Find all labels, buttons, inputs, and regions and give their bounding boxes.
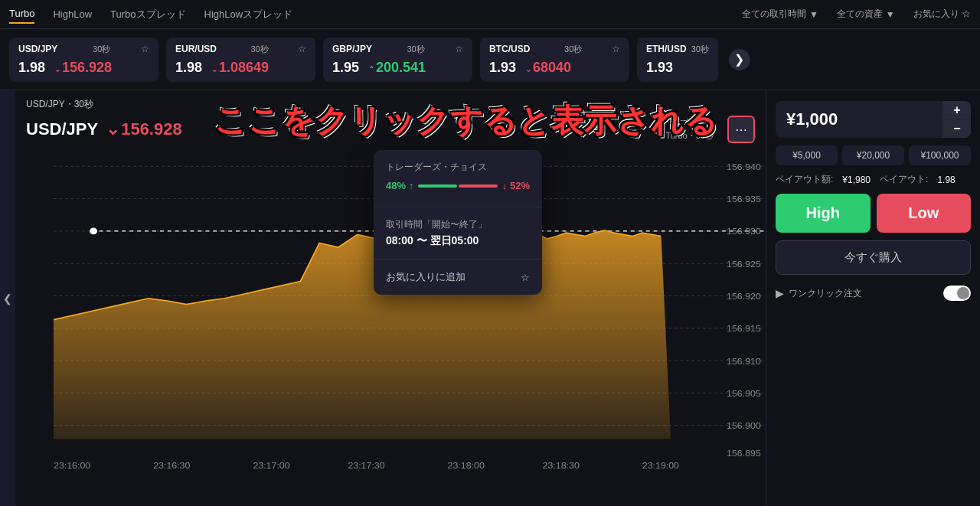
low-button[interactable]: Low xyxy=(877,194,972,233)
buy-now-button[interactable]: 今すぐ購入 xyxy=(776,240,971,275)
ticker-scroll-right[interactable]: ❯ xyxy=(729,49,750,70)
ticker-strip: USD/JPY 30秒 ☆ 1.98 ⌄156.928 EUR/USD 30秒 … xyxy=(0,29,980,90)
chart-breadcrumb: USD/JPY・30秒 xyxy=(15,98,766,116)
svg-text:23:16:00: 23:16:00 xyxy=(54,461,91,470)
popup-down-pct: ↓ 52% xyxy=(502,180,530,191)
svg-text:156.935: 156.935 xyxy=(727,194,761,204)
ticker-btcusd-payout: 1.93 xyxy=(489,60,516,76)
popup-favorite-label: お気に入りに追加 xyxy=(386,270,466,284)
ticker-gbpjpy-star[interactable]: ☆ xyxy=(455,44,463,54)
chart-price: ⌄156.928 xyxy=(106,119,182,139)
svg-point-10 xyxy=(90,227,97,234)
popup-trade-time: 取引時間「開始〜終了」 08:00 〜 翌日05:00 xyxy=(374,207,542,260)
svg-text:23:17:30: 23:17:30 xyxy=(348,461,385,470)
svg-text:156.920: 156.920 xyxy=(727,292,761,301)
ticker-eurusd-pair: EUR/USD xyxy=(175,44,217,54)
svg-text:156.940: 156.940 xyxy=(727,162,761,171)
ticker-eurusd[interactable]: EUR/USD 30秒 ☆ 1.98 ⌄1.08649 xyxy=(166,38,315,82)
ticker-eurusd-duration: 30秒 xyxy=(250,44,268,55)
ticker-usdjpy-star[interactable]: ☆ xyxy=(141,44,149,54)
ticker-btcusd-pair: BTC/USD xyxy=(489,44,530,54)
options-label: オプション xyxy=(671,117,714,129)
one-click-row: ▶ ワンクリック注文 xyxy=(776,282,971,304)
three-dots-button[interactable]: ⋯ xyxy=(727,116,755,143)
one-click-icon: ▶ xyxy=(776,287,784,299)
amount-decrease-button[interactable]: − xyxy=(943,119,971,138)
ticker-ethusd-duration: 30秒 xyxy=(691,44,709,55)
nav-highlow[interactable]: HighLow xyxy=(53,5,92,23)
popup-favorite-row[interactable]: お気に入りに追加 ☆ xyxy=(386,270,530,284)
options-area: オプション Turbo・30秒 ⋯ xyxy=(665,116,755,143)
filter-asset-dropdown[interactable]: 全ての資産 ▼ xyxy=(837,8,895,21)
high-button[interactable]: High xyxy=(776,194,871,233)
ticker-ethusd[interactable]: ETH/USD 30秒 1.93 xyxy=(637,38,718,82)
svg-text:23:18:30: 23:18:30 xyxy=(543,461,580,470)
popup-trade-time-val: 08:00 〜 翌日05:00 xyxy=(386,234,530,248)
popup-traders-choice-label: トレーダーズ・チョイス xyxy=(386,161,530,174)
svg-text:23:19:00: 23:19:00 xyxy=(642,461,680,470)
right-panel: ¥1,000 + − ¥5,000 ¥20,000 ¥100,000 ペイアウト… xyxy=(766,90,980,506)
ticker-ethusd-pair: ETH/USD xyxy=(646,44,687,54)
favorite-filter[interactable]: お気に入り ☆ xyxy=(913,8,971,21)
svg-text:156.925: 156.925 xyxy=(727,259,761,268)
popup-favorite-section[interactable]: お気に入りに追加 ☆ xyxy=(374,260,542,295)
ticker-usdjpy-payout: 1.98 xyxy=(18,60,45,76)
ticker-btcusd-star[interactable]: ☆ xyxy=(612,44,620,54)
nav-highlow-spread[interactable]: HighLowスプレッド xyxy=(204,5,293,24)
ticker-usdjpy-duration: 30秒 xyxy=(93,44,110,55)
filter-time-dropdown[interactable]: 全ての取引時間 ▼ xyxy=(742,8,818,21)
ticker-btcusd[interactable]: BTC/USD 30秒 ☆ 1.93 ⌄68040 xyxy=(480,38,629,82)
svg-text:156.895: 156.895 xyxy=(727,448,761,457)
quick-20000-button[interactable]: ¥20,000 xyxy=(842,145,904,165)
payout-ratio-val: 1.98 xyxy=(937,175,955,185)
popup-favorite-star[interactable]: ☆ xyxy=(521,272,530,283)
ticker-gbpjpy[interactable]: GBP/JPY 30秒 ☆ 1.95 ⌃200.541 xyxy=(323,38,472,82)
quick-amounts: ¥5,000 ¥20,000 ¥100,000 xyxy=(776,145,971,165)
ticker-eurusd-price: ⌄1.08649 xyxy=(211,60,269,76)
amount-increase-button[interactable]: + xyxy=(943,101,971,119)
amount-controls: + − xyxy=(942,101,971,138)
chart-pair: USD/JPY xyxy=(26,119,98,139)
popup-trade-time-label: 取引時間「開始〜終了」 xyxy=(386,218,530,231)
one-click-label: ワンクリック注文 xyxy=(789,287,862,300)
popup-down-bar xyxy=(459,184,498,188)
one-click-left: ▶ ワンクリック注文 xyxy=(776,287,862,300)
svg-text:156.910: 156.910 xyxy=(727,356,761,365)
chart-scroll-left[interactable]: ❮ xyxy=(0,90,15,506)
popup-up-bar xyxy=(418,184,457,188)
payout-row: ペイアウト額: ¥1,980 ペイアウト: 1.98 xyxy=(776,173,971,186)
top-navigation: Turbo HighLow Turboスプレッド HighLowスプレッド 全て… xyxy=(0,0,980,29)
svg-text:156.930: 156.930 xyxy=(727,227,761,236)
amount-display: ¥1,000 xyxy=(776,102,942,137)
payout-amount-val: ¥1,980 xyxy=(842,175,871,185)
quick-100000-button[interactable]: ¥100,000 xyxy=(909,145,971,165)
amount-row: ¥1,000 + − xyxy=(776,101,971,138)
toggle-knob xyxy=(957,287,969,299)
svg-text:156.915: 156.915 xyxy=(727,324,761,333)
options-dropdown-popup: トレーダーズ・チョイス 48% ↑ ↓ 52% 取引時間「開始〜終了」 08:0… xyxy=(374,150,542,295)
one-click-toggle[interactable] xyxy=(943,286,971,301)
popup-up-pct: 48% ↑ xyxy=(386,180,413,191)
ticker-eurusd-payout: 1.98 xyxy=(175,60,202,76)
svg-text:156.905: 156.905 xyxy=(727,388,761,397)
svg-text:23:17:00: 23:17:00 xyxy=(253,461,290,470)
ticker-gbpjpy-pair: GBP/JPY xyxy=(332,44,372,54)
ticker-btcusd-duration: 30秒 xyxy=(564,44,582,55)
ticker-gbpjpy-duration: 30秒 xyxy=(407,44,424,55)
payout-ratio-label: ペイアウト: xyxy=(880,173,928,186)
nav-turbo-spread[interactable]: Turboスプレッド xyxy=(110,5,185,24)
ticker-usdjpy-pair: USD/JPY xyxy=(18,44,57,54)
svg-text:23:18:00: 23:18:00 xyxy=(448,461,485,470)
options-sub: Turbo・30秒 xyxy=(665,130,714,142)
ticker-eurusd-star[interactable]: ☆ xyxy=(298,44,306,54)
ticker-ethusd-payout: 1.93 xyxy=(646,60,673,76)
ticker-btcusd-price: ⌄68040 xyxy=(525,60,571,76)
quick-5000-button[interactable]: ¥5,000 xyxy=(776,145,838,165)
chart-title-row: USD/JPY ⌄156.928 オプション Turbo・30秒 ⋯ xyxy=(15,116,766,149)
main-area: ❮ USD/JPY・30秒 USD/JPY ⌄156.928 オプション Tur… xyxy=(0,90,980,506)
payout-amount-label: ペイアウト額: xyxy=(776,173,833,186)
popup-traders-choice: トレーダーズ・チョイス 48% ↑ ↓ 52% xyxy=(374,150,542,207)
ticker-usdjpy[interactable]: USD/JPY 30秒 ☆ 1.98 ⌄156.928 xyxy=(9,38,158,82)
svg-text:156.900: 156.900 xyxy=(727,421,761,430)
nav-turbo[interactable]: Turbo xyxy=(9,5,34,24)
